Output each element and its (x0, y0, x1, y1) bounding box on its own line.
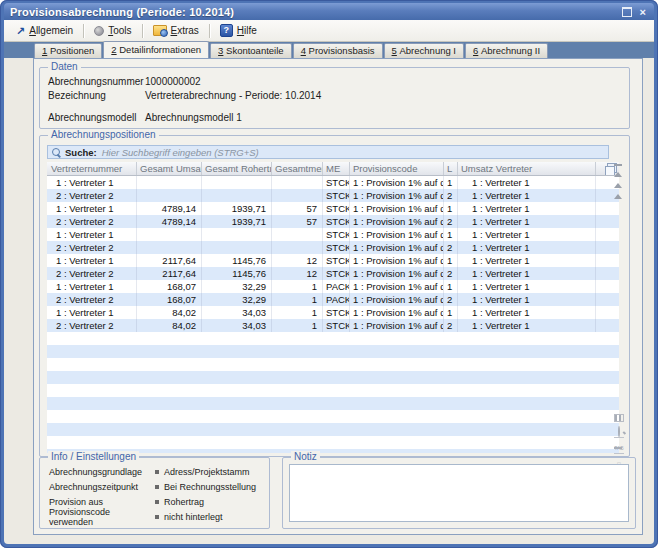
search-input[interactable]: Suche: Hier Suchbegriff eingeben (STRG+S… (47, 145, 609, 159)
extras-button[interactable]: Extras (145, 23, 207, 38)
cell: 1939,71 (202, 202, 272, 215)
cell: 1 (444, 202, 458, 215)
table-row[interactable]: 1 : Vertreter 14789,141939,7157STCK1 : P… (47, 202, 619, 215)
scroll-up-icon[interactable] (614, 194, 622, 199)
cell (458, 332, 596, 345)
cell: 2 (444, 319, 458, 332)
toolbar-separator (83, 24, 84, 38)
cell: 1 (444, 306, 458, 319)
table-row[interactable]: 2 : Vertreter 2168,0732,291PACK1 : Provi… (47, 293, 619, 306)
table-row[interactable]: 2 : Vertreter 284,0234,031STCK1 : Provis… (47, 319, 619, 332)
cell: 57 (272, 202, 323, 215)
zoom-icon[interactable] (614, 427, 624, 438)
col-vertreternummer[interactable]: Vertreternummer (47, 162, 137, 175)
cell: 1 : Provision 1% auf den v (350, 267, 444, 280)
scroll-up-icon[interactable] (614, 183, 622, 188)
notiz-group: Notiz (282, 457, 636, 529)
notiz-textarea[interactable] (289, 464, 629, 522)
tab-positionen[interactable]: 1 Positionen (34, 43, 102, 58)
cell: 1 (444, 228, 458, 241)
cell: 1 : Provision 1% auf den v (350, 280, 444, 293)
cell: 34,03 (202, 319, 272, 332)
col-provisionscode[interactable]: Provisionscode (350, 162, 444, 175)
notiz-group-label: Notiz (291, 451, 320, 463)
cell: 2 (444, 189, 458, 202)
table-row[interactable]: 1 : Vertreter 1STCK1 : Provision 1% auf … (47, 228, 619, 241)
col-l[interactable]: L (444, 162, 458, 175)
empty-row (47, 397, 619, 410)
collapse-icon[interactable] (614, 447, 622, 449)
cell: 1 : Provision 1% auf den v (350, 254, 444, 267)
cell: 1 : Vertreter 1 (458, 241, 596, 254)
cell: 1 : Vertreter 1 (458, 319, 596, 332)
col-gesamt-rohertrag[interactable]: Gesamt Rohertrag EUR (202, 162, 272, 175)
tools-button[interactable]: Tools (86, 23, 139, 38)
bezeichnung-value: Vertreterabrechnung - Periode: 10.2014 (145, 90, 321, 103)
hilfe-button[interactable]: ? Hilfe (212, 22, 265, 39)
table-row[interactable]: 2 : Vertreter 24789,141939,7157STCK1 : P… (47, 215, 619, 228)
cell (202, 423, 272, 436)
table-row[interactable]: 2 : Vertreter 2STCK1 : Provision 1% auf … (47, 189, 619, 202)
positions-table: Vertreternummer Gesamt Umsatz EUR Gesamt… (47, 162, 619, 453)
cell: 2117,64 (137, 254, 202, 267)
close-icon[interactable]: × (640, 7, 646, 17)
cell: 1 (272, 306, 323, 319)
cell (323, 345, 350, 358)
cell: 32,29 (202, 293, 272, 306)
info-group-label: Info / Einstellungen (48, 451, 139, 463)
col-umsatz-vertreter[interactable]: Umsatz Vertreter (458, 162, 596, 175)
empty-row (47, 423, 619, 436)
help-icon: ? (220, 24, 233, 37)
cell: STCK (323, 319, 350, 332)
restore-window-icon[interactable] (622, 7, 632, 17)
bullet-icon (155, 500, 159, 504)
folder-extras-icon (153, 25, 167, 36)
table-row[interactable]: 1 : Vertreter 1168,0732,291PACK1 : Provi… (47, 280, 619, 293)
col-gesamtmenge[interactable]: Gesamtmenge (272, 162, 323, 175)
cell (202, 449, 272, 453)
cell (444, 436, 458, 449)
cell: STCK (323, 202, 350, 215)
cell: 1 (444, 176, 458, 189)
cell (272, 228, 323, 241)
col-me[interactable]: ME (323, 162, 350, 175)
columns-icon[interactable] (614, 414, 624, 422)
cell (444, 384, 458, 397)
cell (350, 397, 444, 410)
cell (323, 436, 350, 449)
cell (323, 410, 350, 423)
cell (202, 176, 272, 189)
tab-detailinformationen[interactable]: 2 Detailinformationen (103, 41, 209, 58)
cell: 1 : Vertreter 1 (47, 176, 137, 189)
cell (272, 241, 323, 254)
table-row[interactable]: 2 : Vertreter 2STCK1 : Provision 1% auf … (47, 241, 619, 254)
empty-row (47, 384, 619, 397)
table-row[interactable]: 1 : Vertreter 12117,641145,7612STCK1 : P… (47, 254, 619, 267)
cell: 1 : Vertreter 1 (47, 306, 137, 319)
empty-row (47, 358, 619, 371)
cell (350, 410, 444, 423)
cell (47, 410, 137, 423)
col-gesamt-umsatz[interactable]: Gesamt Umsatz EUR (137, 162, 202, 175)
table-row[interactable]: 1 : Vertreter 184,0234,031STCK1 : Provis… (47, 306, 619, 319)
cell (350, 345, 444, 358)
scroll-top-icon[interactable] (614, 172, 622, 177)
cell: 1 : Vertreter 1 (458, 189, 596, 202)
allgemein-button[interactable]: ↗ Allgemein (8, 23, 81, 38)
cell: 168,07 (137, 293, 202, 306)
tab-provisionsbasis[interactable]: 4 Provisionsbasis (293, 43, 383, 58)
tab-abrechnung-2[interactable]: 6 Abrechnung II (465, 43, 548, 58)
tab-abrechnung-1[interactable]: 5 Abrechnung I (384, 43, 464, 58)
empty-row (47, 345, 619, 358)
cell: 1 (272, 319, 323, 332)
cell: 1 : Vertreter 1 (458, 293, 596, 306)
abrechnungsmodell-value: Abrechnungsmodell 1 (145, 112, 242, 125)
cell: 1 : Provision 1% auf den v (350, 176, 444, 189)
table-row[interactable]: 2 : Vertreter 22117,641145,7612STCK1 : P… (47, 267, 619, 280)
cell (272, 332, 323, 345)
tab-skontoanteile[interactable]: 3 Skontoanteile (210, 43, 292, 58)
cell (202, 345, 272, 358)
cell: STCK (323, 176, 350, 189)
table-row[interactable]: 1 : Vertreter 1STCK1 : Provision 1% auf … (47, 176, 619, 189)
cell (350, 423, 444, 436)
